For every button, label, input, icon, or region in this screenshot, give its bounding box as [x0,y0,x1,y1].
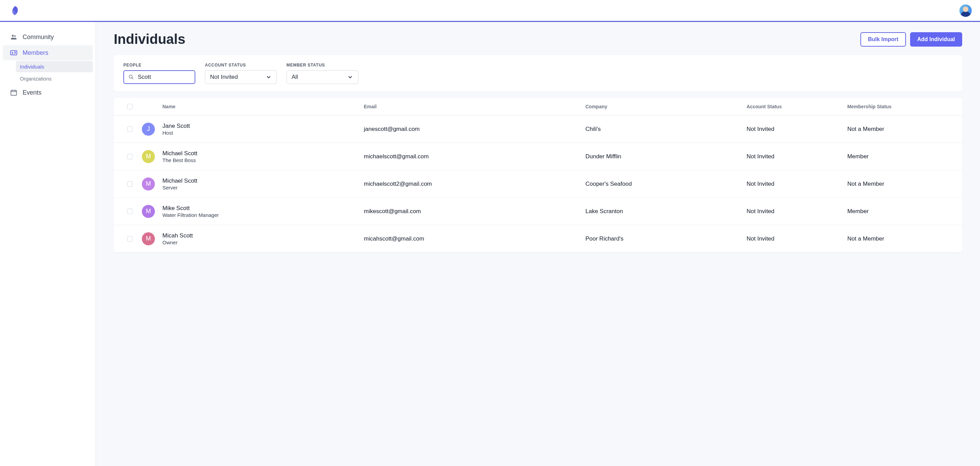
filter-account-status: ACCOUNT STATUS Not Invited [205,63,277,84]
row-account-status: Not Invited [747,208,847,215]
individuals-table: Name Email Company Account Status Member… [114,98,962,253]
row-role: The Best Boss [162,157,364,163]
search-icon [128,74,134,80]
table-row[interactable]: MMichael ScottServermichaelscott2@gmail.… [114,170,962,198]
filter-card: PEOPLE ACCOUNT STATUS Not Invited [114,55,962,91]
row-name: Micah Scott [162,232,364,239]
topbar [0,0,980,22]
row-role: Owner [162,240,364,245]
page-actions: Bulk Import Add Individual [861,32,962,46]
sidebar-members-label: Members [22,49,48,57]
row-membership-status: Not a Member [847,126,958,133]
row-name: Mike Scott [162,205,364,212]
svg-rect-7 [11,91,17,95]
svg-point-11 [129,75,132,78]
row-account-status: Not Invited [747,126,847,133]
filter-member-status-label: MEMBER STATUS [286,63,358,67]
table-header: Name Email Company Account Status Member… [114,98,962,116]
page-header: Individuals Bulk Import Add Individual [114,32,962,47]
sidebar-members-submenu: Individuals Organizations [16,61,93,84]
member-status-select[interactable]: All [286,70,358,84]
sidebar-item-members[interactable]: Members [3,45,93,60]
row-membership-status: Member [847,208,958,215]
avatar: J [142,122,155,136]
sidebar-events-label: Events [22,89,41,96]
svg-point-0 [12,35,14,37]
account-status-value: Not Invited [210,74,238,81]
row-email: michaelscott2@gmail.com [364,181,585,188]
row-company: Cooper's Seafood [585,181,746,188]
row-company: Dunder Mifflin [585,153,746,160]
row-checkbox[interactable] [127,236,133,242]
table-row[interactable]: MMike ScottWater Filtration Managermikes… [114,198,962,225]
main-content: Individuals Bulk Import Add Individual P… [96,22,980,466]
id-card-icon [10,49,18,57]
row-checkbox[interactable] [127,154,133,159]
account-status-select[interactable]: Not Invited [205,70,277,84]
th-company[interactable]: Company [585,104,746,109]
row-company: Chili's [585,126,746,133]
row-email: micahscott@gmail.com [364,235,585,242]
th-membership-status[interactable]: Membership Status [847,104,958,109]
filter-people-label: PEOPLE [123,63,195,67]
bulk-import-button[interactable]: Bulk Import [861,32,906,46]
sidebar-item-events[interactable]: Events [3,85,93,100]
row-email: janescott@gmail.com [364,126,585,133]
avatar: M [142,178,155,191]
leaf-icon [9,5,21,17]
row-role: Server [162,184,364,191]
add-individual-button[interactable]: Add Individual [910,32,962,46]
sidebar-item-community[interactable]: Community [3,29,93,45]
table-row[interactable]: MMicah ScottOwnermicahscott@gmail.comPoo… [114,225,962,253]
table-row[interactable]: JJane ScottHostjanescott@gmail.comChili'… [114,116,962,143]
row-name: Michael Scott [162,178,364,184]
people-icon [10,33,18,41]
avatar: M [142,232,155,245]
table-body: JJane ScottHostjanescott@gmail.comChili'… [114,116,962,253]
th-account-status[interactable]: Account Status [747,104,847,109]
row-account-status: Not Invited [747,153,847,160]
calendar-icon [10,88,18,97]
row-role: Host [162,130,364,136]
table-row[interactable]: MMichael ScottThe Best Bossmichaelscott@… [114,143,962,170]
logo[interactable] [8,4,22,17]
member-status-value: All [291,74,298,81]
svg-line-12 [132,78,133,79]
row-company: Poor Richard's [585,235,746,242]
sidebar-subitem-individuals[interactable]: Individuals [16,61,93,72]
svg-point-1 [14,35,16,37]
avatar: M [142,150,155,163]
row-email: mikescott@gmail.com [364,208,585,215]
row-checkbox[interactable] [127,126,133,132]
row-role: Water Filtration Manager [162,212,364,218]
chevron-down-icon [266,74,272,80]
filter-member-status: MEMBER STATUS All [286,63,358,84]
user-avatar[interactable] [959,5,972,17]
avatar: M [142,205,155,218]
page-title: Individuals [114,32,185,47]
row-account-status: Not Invited [747,181,847,188]
layout: Community Members Individuals Organizati… [0,22,980,466]
row-company: Lake Scranton [585,208,746,215]
filter-people: PEOPLE [123,63,195,84]
svg-point-3 [12,52,13,53]
row-checkbox[interactable] [127,181,133,187]
search-input[interactable] [138,74,210,81]
sidebar: Community Members Individuals Organizati… [0,22,96,466]
chevron-down-icon [347,74,353,80]
row-membership-status: Member [847,153,958,160]
row-name: Michael Scott [162,150,364,157]
th-name[interactable]: Name [162,104,364,109]
row-checkbox[interactable] [127,209,133,214]
th-email[interactable]: Email [364,104,585,109]
row-membership-status: Not a Member [847,235,958,242]
sidebar-subitem-organizations[interactable]: Organizations [16,73,93,84]
row-email: michaelscott@gmail.com [364,153,585,160]
sidebar-community-label: Community [22,33,54,41]
filter-account-status-label: ACCOUNT STATUS [205,63,277,67]
select-all-checkbox[interactable] [127,104,133,109]
row-name: Jane Scott [162,122,364,129]
row-membership-status: Not a Member [847,181,958,188]
row-account-status: Not Invited [747,235,847,242]
search-input-wrapper[interactable] [123,70,195,84]
